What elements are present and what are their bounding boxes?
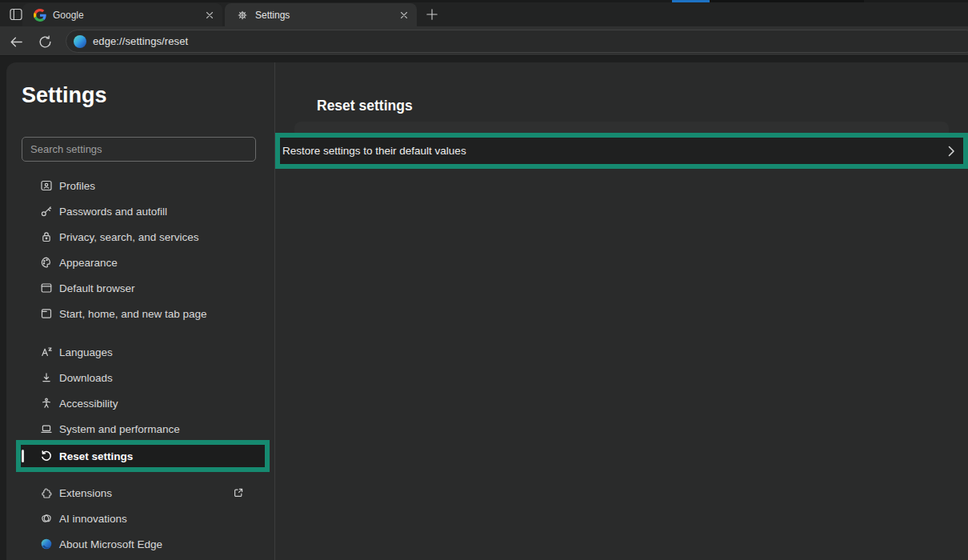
download-icon [40, 371, 53, 384]
sidebar-item-ai-innovations[interactable]: AI innovations [6, 506, 274, 531]
search-input[interactable] [22, 137, 256, 162]
sidebar-item-passwords[interactable]: Passwords and autofill [6, 198, 274, 224]
sidebar-item-default-browser[interactable]: Default browser [6, 275, 274, 301]
sidebar-item-label: Reset settings [59, 450, 133, 462]
sidebar-item-profiles[interactable]: Profiles [6, 173, 274, 198]
sidebar-item-start-home[interactable]: Start, home, and new tab page [6, 301, 274, 326]
close-icon [400, 11, 408, 19]
sidebar-item-label: AI innovations [59, 513, 127, 525]
annotation-highlight-main[interactable]: Restore settings to their default values [275, 133, 968, 169]
refresh-icon [38, 34, 53, 50]
sidebar-item-label: Default browser [59, 282, 135, 294]
settings-sheet: Settings Profiles Passwords and autofill… [6, 62, 968, 560]
tab-close-button[interactable] [203, 9, 216, 22]
sidebar-item-downloads[interactable]: Downloads [6, 365, 274, 390]
url-text: edge://settings/reset [93, 35, 188, 47]
sidebar-item-label: About Microsoft Edge [59, 538, 162, 550]
tab-actions-icon [8, 6, 24, 22]
top-dark-accent [710, 0, 864, 2]
sidebar-item-label: Downloads [59, 372, 113, 384]
selected-indicator-bar [22, 450, 24, 462]
page-content: Settings Profiles Passwords and autofill… [0, 56, 968, 560]
back-arrow-icon [9, 34, 24, 50]
sidebar-item-label: Accessibility [59, 398, 118, 410]
reset-row-label: Restore settings to their default values [282, 145, 466, 157]
back-button[interactable] [6, 32, 26, 51]
new-tab-button[interactable] [424, 6, 440, 22]
sidebar-item-extensions[interactable]: Extensions [6, 480, 274, 506]
google-favicon-icon [34, 9, 46, 22]
sidebar-item-appearance[interactable]: Appearance [6, 250, 274, 275]
section-heading: Reset settings [317, 98, 413, 114]
sidebar-item-system[interactable]: System and performance [6, 416, 274, 442]
sidebar-item-label: Appearance [59, 257, 118, 269]
tab-title: Google [53, 10, 203, 21]
address-bar[interactable]: edge://settings/reset [66, 30, 968, 53]
sidebar-item-label: Profiles [59, 180, 95, 192]
copilot-icon [40, 512, 53, 525]
edge-logo-icon [40, 538, 53, 550]
sidebar-item-languages[interactable]: Languages [6, 339, 274, 365]
annotation-highlight-sidebar[interactable]: Reset settings [16, 440, 270, 472]
accessibility-icon [40, 397, 53, 410]
main-panel: Reset settings Restore settings to their… [275, 62, 968, 560]
tab-google[interactable]: Google [22, 3, 222, 26]
tab-title: Settings [255, 10, 398, 21]
tab-strip: Google Settings [0, 0, 968, 26]
puzzle-icon [40, 486, 53, 499]
sidebar-item-label: Passwords and autofill [59, 206, 167, 218]
close-icon [206, 11, 214, 19]
key-icon [40, 205, 53, 218]
lock-icon [40, 230, 53, 243]
refresh-button[interactable] [35, 32, 54, 51]
sidebar-item-privacy[interactable]: Privacy, search, and services [6, 224, 274, 250]
tab-close-button[interactable] [398, 9, 410, 22]
tab-settings[interactable]: Settings [225, 3, 417, 26]
sidebar-item-label: Privacy, search, and services [59, 231, 199, 243]
external-link-icon [232, 486, 245, 499]
sidebar-item-accessibility[interactable]: Accessibility [6, 390, 274, 416]
edge-favicon-icon [74, 35, 86, 48]
sidebar-item-about[interactable]: About Microsoft Edge [6, 531, 274, 557]
browser-toolbar: edge://settings/reset [0, 26, 968, 56]
chevron-right-icon [947, 145, 955, 158]
palette-icon [40, 256, 53, 269]
browser-window-icon [40, 282, 53, 294]
window-page-icon [40, 307, 53, 320]
browser-window: Google Settings edge [0, 0, 968, 560]
page-title: Settings [22, 83, 107, 108]
sidebar-item-label: Extensions [59, 487, 112, 499]
top-blue-accent [672, 0, 710, 2]
sidebar-item-label: Languages [59, 346, 113, 358]
sidebar-item-label: Start, home, and new tab page [59, 308, 207, 320]
sidebar-item-label: System and performance [59, 423, 180, 435]
translate-icon [40, 346, 53, 358]
plus-icon [426, 8, 438, 21]
reset-icon [40, 450, 53, 462]
laptop-icon [40, 422, 53, 435]
gear-icon [236, 9, 249, 22]
profile-card-icon [40, 179, 53, 192]
